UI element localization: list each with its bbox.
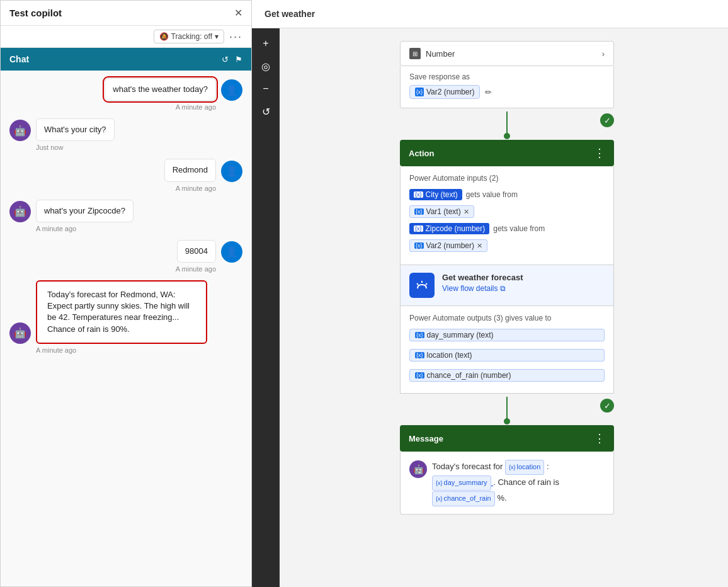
refresh-icon[interactable]: ↺	[222, 55, 229, 64]
var2-input-chip[interactable]: {x} Var2 (number) ✕	[409, 239, 487, 252]
zoom-target-icon: ◎	[261, 60, 270, 72]
message-row-3: 🤖 what's your Zipcocde? A minute ago	[9, 200, 242, 232]
tracking-bar: 🔕 Tracking: off ▾ ···	[1, 26, 251, 48]
bot-avatar-1: 🤖	[9, 120, 31, 141]
right-panel-title: Get weather	[264, 9, 315, 19]
template-text-3: . Chance of rain is	[493, 477, 559, 487]
pa-outputs-title: Power Automate outputs (3) gives value t…	[409, 314, 605, 322]
action-node-body: Power Automate inputs (2) {x} City (text…	[400, 166, 614, 265]
var2-input-icon: {x}	[414, 242, 424, 249]
var1-icon: {x}	[414, 208, 424, 215]
canvas-area: + ◎ − ↺ ⊞ Number ›	[252, 28, 728, 587]
timestamp-5: A minute ago	[36, 346, 76, 354]
number-node-label-row: ⊞ Number	[409, 48, 455, 59]
more-options-button[interactable]: ···	[229, 30, 242, 43]
view-flow-details-link[interactable]: View flow details ⧉	[442, 284, 506, 293]
chat-header-icons: ↺ ⚑	[222, 55, 242, 64]
var1-chip[interactable]: {x} Var1 (text) ✕	[409, 205, 474, 218]
output-label-0: day_summary (text)	[427, 331, 494, 339]
zipcode-chip[interactable]: {x} Zipcode (number)	[409, 223, 489, 234]
input-row-var2: {x} Var2 (number) ✕	[409, 239, 605, 252]
connector-1: ✓	[400, 108, 614, 140]
message-row-1: 🤖 What's your city? Just now	[9, 118, 242, 151]
flow-container: ⊞ Number › Save response as {x} Var2 (nu…	[400, 41, 614, 515]
message-node-title: Message	[409, 434, 443, 443]
message-menu-icon[interactable]: ⋮	[594, 431, 605, 445]
zipcode-chip-label: Zipcode (number)	[426, 224, 486, 233]
pa-outputs-section: Power Automate outputs (3) gives value t…	[400, 306, 614, 394]
message-row-4: 👤 98004 A minute ago	[9, 240, 242, 273]
chance-rain-chip[interactable]: {x} chance_of_rain	[432, 491, 495, 506]
timestamp-3: A minute ago	[36, 225, 76, 232]
tracking-toggle[interactable]: 🔕 Tracking: off ▾	[154, 30, 224, 43]
var-icon-loc: {x}	[509, 462, 516, 472]
output-chip-0[interactable]: {x} day_summary (text)	[409, 329, 605, 341]
output-icon-1: {x}	[415, 352, 424, 358]
right-panel: Get weather + ◎ − ↺ ⊞	[252, 0, 728, 587]
forecast-icon	[409, 273, 435, 298]
output-label-2: chance_of_rain (number)	[427, 371, 511, 380]
bot-highlighted-5: Today's forecast for Redmond, WA: Expect…	[36, 280, 207, 344]
left-panel-title: Test copilot	[9, 8, 62, 18]
message-content-5: 🤖 Today's forecast for Redmond, WA: Expe…	[9, 280, 207, 344]
save-response-label: Save response as	[409, 72, 605, 81]
var2-remove-button[interactable]: ✕	[477, 242, 482, 250]
tracking-label: Tracking: off	[171, 32, 212, 41]
day-summary-chip[interactable]: {x} day_summary	[432, 476, 491, 491]
close-button[interactable]: ✕	[234, 7, 242, 19]
city-chip[interactable]: {x} City (text)	[409, 189, 462, 200]
edit-icon[interactable]: ✏	[485, 88, 492, 97]
output-chip-2[interactable]: {x} chance_of_rain (number)	[409, 369, 605, 382]
user-bubble-4: 98004	[177, 240, 216, 263]
bot-bubble-1: What's your city?	[36, 118, 115, 141]
message-template-row: 🤖 Today's forecast for {x} location :	[409, 459, 605, 506]
chevron-down-icon: ▾	[215, 32, 219, 41]
user-avatar-4: 👤	[221, 241, 242, 263]
number-node-label: Number	[426, 49, 455, 59]
user-avatar-0: 👤	[221, 79, 242, 101]
zoom-out-button[interactable]: −	[256, 79, 276, 99]
svg-line-1	[417, 283, 418, 285]
number-node[interactable]: ⊞ Number ›	[400, 41, 614, 66]
zoom-in-button[interactable]: +	[256, 33, 276, 54]
pa-inputs-title: Power Automate inputs (2)	[409, 174, 605, 183]
message-node-body: 🤖 Today's forecast for {x} location :	[400, 452, 614, 515]
user-bubble-0: what's the weather today?	[105, 78, 216, 101]
chevron-right-icon: ›	[602, 49, 605, 59]
grid-icon: ⊞	[409, 48, 421, 59]
connector-2: ✓	[400, 394, 614, 425]
timestamp-4: A minute ago	[176, 265, 216, 273]
message-template-content: Today's forecast for {x} location : {x}	[432, 459, 605, 506]
day-summary-label: day_summary	[444, 477, 487, 489]
flow-canvas: ⊞ Number › Save response as {x} Var2 (nu…	[280, 28, 728, 587]
chat-header: Chat ↺ ⚑	[1, 48, 251, 71]
connector-dot-2	[504, 418, 510, 425]
message-content-2: 👤 Redmond	[164, 159, 242, 181]
user-bubble-2: Redmond	[164, 159, 216, 181]
gets-value-from-1: gets value from	[493, 224, 545, 233]
zoom-reset-button[interactable]: ↺	[256, 101, 276, 122]
flag-icon[interactable]: ⚑	[235, 55, 242, 64]
action-menu-icon[interactable]: ⋮	[594, 146, 605, 160]
user-avatar-2: 👤	[221, 161, 242, 182]
timestamp-1: Just now	[36, 144, 63, 151]
connector-line-2	[506, 397, 508, 422]
output-chip-1[interactable]: {x} location (text)	[409, 349, 605, 362]
day-summary-var[interactable]: {x} day_summary	[432, 477, 493, 487]
location-var-label: location	[516, 461, 540, 474]
message-node-header: Message ⋮	[400, 425, 614, 452]
zoom-reset-icon: ↺	[262, 106, 270, 118]
message-content-1: 🤖 What's your city?	[9, 118, 115, 141]
weather-forecast-box: Get weather forecast View flow details ⧉	[400, 265, 614, 306]
right-panel-header: Get weather	[252, 0, 728, 28]
chat-area: 👤 what's the weather today? A minute ago…	[1, 71, 251, 586]
timestamp-0: A minute ago	[176, 103, 216, 111]
var2-chip[interactable]: {x} Var2 (number)	[409, 85, 480, 99]
zoom-target-button[interactable]: ◎	[256, 56, 276, 76]
timestamp-2: A minute ago	[176, 185, 216, 192]
message-content-0: 👤 what's the weather today?	[105, 78, 242, 101]
bot-bubble-5: Today's forecast for Redmond, WA: Expect…	[40, 284, 203, 340]
var1-remove-button[interactable]: ✕	[464, 208, 469, 216]
template-text-2: :	[547, 462, 549, 471]
location-var-chip[interactable]: {x} location	[505, 460, 544, 475]
